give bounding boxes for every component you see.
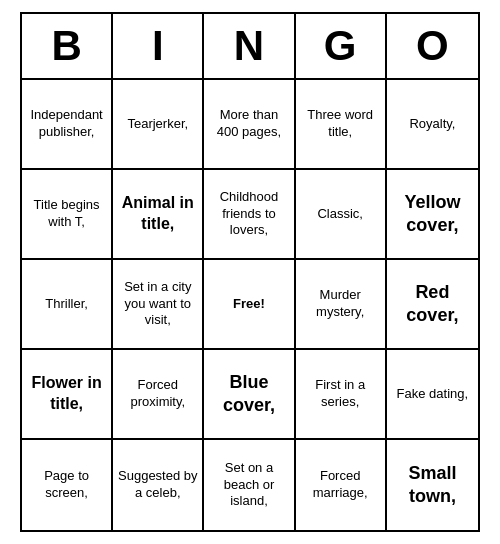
cell-text-20: Page to screen, [26,468,107,502]
bingo-cell-3: Three word title, [296,80,387,170]
cell-text-12: Free! [233,296,265,313]
cell-text-11: Set in a city you want to visit, [117,279,198,330]
cell-text-21: Suggested by a celeb, [117,468,198,502]
cell-text-17: Blue cover, [208,371,289,418]
cell-text-8: Classic, [317,206,363,223]
cell-text-23: Forced marriage, [300,468,381,502]
bingo-cell-11: Set in a city you want to visit, [113,260,204,350]
bingo-cell-12: Free! [204,260,295,350]
cell-text-3: Three word title, [300,107,381,141]
cell-text-1: Tearjerker, [127,116,188,133]
bingo-letter-o: O [387,14,478,78]
bingo-grid: Independant publisher,Tearjerker,More th… [22,80,478,530]
cell-text-0: Independant publisher, [26,107,107,141]
bingo-cell-10: Thriller, [22,260,113,350]
cell-text-18: First in a series, [300,377,381,411]
cell-text-24: Small town, [391,462,474,509]
cell-text-9: Yellow cover, [391,191,474,238]
bingo-cell-21: Suggested by a celeb, [113,440,204,530]
bingo-cell-0: Independant publisher, [22,80,113,170]
bingo-letter-b: B [22,14,113,78]
bingo-cell-15: Flower in title, [22,350,113,440]
bingo-cell-22: Set on a beach or island, [204,440,295,530]
cell-text-22: Set on a beach or island, [208,460,289,511]
cell-text-14: Red cover, [391,281,474,328]
bingo-cell-6: Animal in title, [113,170,204,260]
cell-text-16: Forced proximity, [117,377,198,411]
bingo-card: BINGO Independant publisher,Tearjerker,M… [20,12,480,532]
bingo-letter-n: N [204,14,295,78]
cell-text-10: Thriller, [45,296,88,313]
cell-text-5: Title begins with T, [26,197,107,231]
bingo-cell-14: Red cover, [387,260,478,350]
bingo-cell-5: Title begins with T, [22,170,113,260]
cell-text-4: Royalty, [409,116,455,133]
cell-text-6: Animal in title, [117,193,198,235]
cell-text-2: More than 400 pages, [208,107,289,141]
bingo-cell-23: Forced marriage, [296,440,387,530]
bingo-cell-16: Forced proximity, [113,350,204,440]
bingo-cell-19: Fake dating, [387,350,478,440]
bingo-cell-13: Murder mystery, [296,260,387,350]
bingo-cell-17: Blue cover, [204,350,295,440]
bingo-letter-g: G [296,14,387,78]
bingo-cell-2: More than 400 pages, [204,80,295,170]
bingo-cell-7: Childhood friends to lovers, [204,170,295,260]
bingo-cell-20: Page to screen, [22,440,113,530]
cell-text-7: Childhood friends to lovers, [208,189,289,240]
bingo-cell-18: First in a series, [296,350,387,440]
bingo-cell-8: Classic, [296,170,387,260]
bingo-cell-9: Yellow cover, [387,170,478,260]
cell-text-19: Fake dating, [397,386,469,403]
cell-text-13: Murder mystery, [300,287,381,321]
cell-text-15: Flower in title, [26,373,107,415]
bingo-cell-4: Royalty, [387,80,478,170]
bingo-cell-1: Tearjerker, [113,80,204,170]
bingo-header: BINGO [22,14,478,80]
bingo-cell-24: Small town, [387,440,478,530]
bingo-letter-i: I [113,14,204,78]
